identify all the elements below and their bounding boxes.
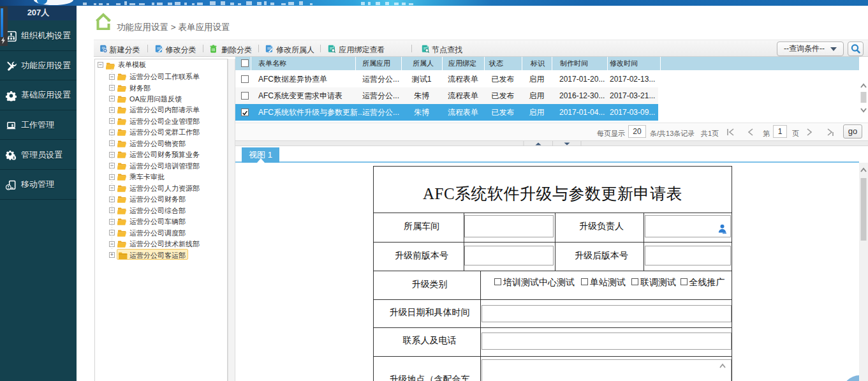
svg-text:T: T xyxy=(12,96,15,101)
